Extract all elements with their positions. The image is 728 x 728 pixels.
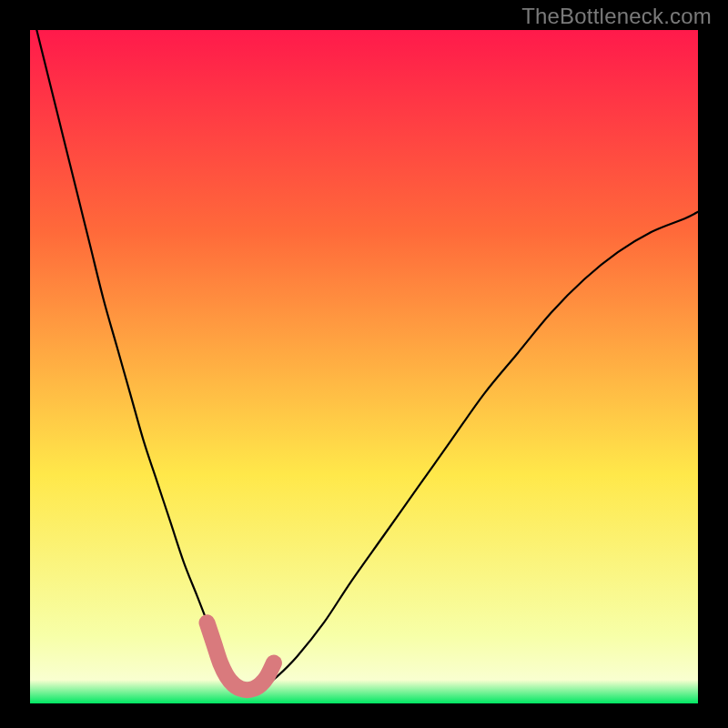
bottleneck-chart <box>0 0 728 728</box>
chart-frame: TheBottleneck.com <box>0 0 728 728</box>
watermark-text: TheBottleneck.com <box>521 4 712 29</box>
plot-area <box>30 30 698 703</box>
